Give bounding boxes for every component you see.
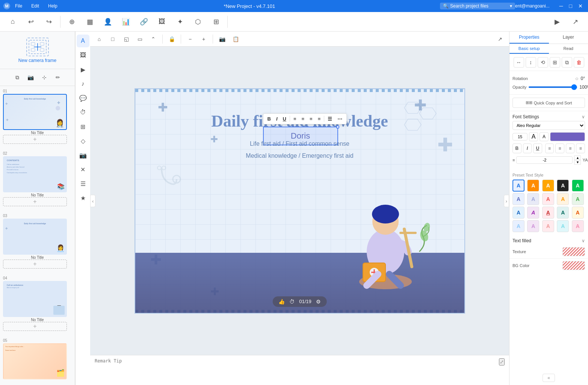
font-size-increase-btn[interactable]: A: [529, 132, 538, 141]
text-tool-icon[interactable]: A: [77, 35, 89, 47]
copy-tool[interactable]: ⧉: [11, 71, 23, 83]
delete-btn[interactable]: 🗑: [574, 57, 584, 68]
menu-help[interactable]: Help: [47, 3, 59, 9]
slide-thumb-4[interactable]: Call an ambulanceMake an emergency call …: [3, 281, 67, 317]
canvas-home-btn[interactable]: ⌂: [93, 33, 105, 45]
opacity-slider[interactable]: [529, 86, 577, 88]
preset-item-18[interactable]: A: [542, 220, 554, 232]
slide-add-btn-1[interactable]: +: [3, 135, 67, 144]
redo-button[interactable]: ↪: [41, 14, 57, 30]
slide-thumb-3[interactable]: Daily first aid knowledge ✚ 👩‍💼: [3, 219, 67, 255]
flip-h-btn[interactable]: ↔: [514, 57, 524, 68]
italic-btn[interactable]: I: [274, 115, 280, 122]
slide-thumb-5[interactable]: Your important things color... Some text…: [3, 343, 67, 379]
canvas-copy-btn[interactable]: 📋: [230, 33, 242, 45]
photo-tool-icon[interactable]: 📷: [77, 149, 89, 162]
preset-item-17[interactable]: A: [527, 220, 539, 232]
preset-item-5[interactable]: A: [572, 180, 584, 192]
preset-item-12[interactable]: A: [527, 207, 539, 219]
preset-item-2[interactable]: A: [527, 180, 539, 192]
preset-item-19[interactable]: A: [557, 220, 569, 232]
canvas-rect-btn[interactable]: □: [107, 33, 119, 45]
align-left-btn[interactable]: ≡: [292, 115, 298, 122]
group-button[interactable]: ⊞: [208, 14, 224, 30]
tab-layer[interactable]: Layer: [549, 32, 588, 44]
font-size-decrease-btn[interactable]: A: [540, 132, 549, 141]
slide-item-1[interactable]: 01 Daily first aid knowledge ✚ ✚ ✚ 👩‍⚕️ …: [2, 88, 73, 145]
music-tool-icon[interactable]: ♪: [77, 77, 89, 90]
slide-add-btn-3[interactable]: +: [3, 260, 67, 269]
clock-tool-icon[interactable]: ⏱: [77, 106, 89, 119]
align-right-btn[interactable]: ≡: [308, 115, 314, 122]
preset-item-14[interactable]: A: [557, 207, 569, 219]
subtab-read[interactable]: Read: [549, 44, 588, 54]
layers-tool-icon[interactable]: ☰: [77, 177, 89, 190]
font-color-swatch[interactable]: [550, 132, 585, 141]
slide-subtitle[interactable]: Life first aid / First aid common sense …: [246, 138, 353, 162]
menu-edit[interactable]: Edit: [30, 3, 41, 9]
preset-item-20[interactable]: A: [572, 220, 584, 232]
canvas-expand-btn canvas-expand-btn[interactable]: ↗: [494, 33, 506, 45]
slide-item-2[interactable]: 02 CONTENTS Call an ambulance America an…: [2, 150, 73, 208]
resize-handle-tr[interactable]: [336, 125, 339, 128]
person-button[interactable]: 👤: [100, 14, 116, 30]
quick-copy-sort-btn[interactable]: ⊞⊞ Quick Copy and Sort: [512, 98, 585, 108]
camera-tool[interactable]: 📷: [25, 71, 37, 83]
preset-item-7[interactable]: A: [527, 193, 539, 205]
font-size-input[interactable]: [512, 133, 528, 140]
canvas-screenshot-btn[interactable]: 📷: [216, 33, 228, 45]
preset-item-8[interactable]: A: [542, 193, 554, 205]
align-justify-format-btn[interactable]: ≡: [576, 143, 585, 153]
bold-format-btn[interactable]: B: [512, 143, 521, 153]
preset-item-11[interactable]: A: [512, 207, 525, 219]
menu-file[interactable]: File: [14, 3, 24, 9]
slide-thumb-2[interactable]: CONTENTS Call an ambulance America and o…: [3, 156, 67, 192]
canvas-crop-btn[interactable]: ◱: [120, 33, 132, 45]
preset-item-1[interactable]: A: [512, 180, 525, 192]
image-tool-icon[interactable]: 🖼: [77, 49, 89, 62]
close-button[interactable]: ✕: [576, 2, 585, 10]
text-filled-header[interactable]: Text filled ∨: [509, 235, 588, 245]
preset-item-4[interactable]: A: [557, 180, 569, 192]
texture-preview[interactable]: [562, 247, 585, 256]
undo-button[interactable]: ↩: [23, 14, 39, 30]
apps-tool-icon[interactable]: ⊞: [77, 120, 89, 133]
chart-button[interactable]: 📊: [118, 14, 134, 30]
slide-add-btn-2[interactable]: +: [3, 197, 67, 206]
settings-tool-icon[interactable]: ✕: [77, 163, 89, 176]
slide-item-3[interactable]: 03 Daily first aid knowledge ✚ 👩‍💼 No Ti…: [2, 212, 73, 270]
bold-btn[interactable]: B: [266, 115, 273, 122]
canvas-arrow-btn[interactable]: ⌃: [147, 33, 159, 45]
preset-item-13[interactable]: A: [542, 207, 554, 219]
font-family-select[interactable]: Aleo Regular: [512, 121, 585, 130]
search-dropdown-icon[interactable]: ▾: [510, 3, 512, 9]
rotate-left-btn[interactable]: ⟲: [538, 57, 548, 68]
nav-clock-btn[interactable]: ⏱: [289, 299, 295, 305]
image-button[interactable]: 🖼: [154, 14, 170, 30]
add-slide-button[interactable]: ⊕: [63, 14, 80, 30]
flip-v-btn[interactable]: ↕: [526, 57, 536, 68]
line-spacing-down-btn[interactable]: ▼: [574, 160, 581, 165]
collapse-panel-btn[interactable]: «: [543, 374, 555, 382]
maximize-button[interactable]: □: [567, 2, 574, 10]
remark-expand-btn[interactable]: ⤢: [499, 358, 505, 365]
preset-item-3[interactable]: A: [542, 180, 554, 192]
line-spacing-up-btn[interactable]: ▲: [574, 156, 581, 160]
align-left-format-btn[interactable]: ≡: [545, 143, 554, 153]
canvas-zoom-out-btn[interactable]: −: [184, 33, 196, 45]
nav-like-btn[interactable]: 👍: [278, 299, 285, 305]
canvas-shape-btn[interactable]: ▭: [134, 33, 146, 45]
new-camera-frame-button[interactable]: New camera frame: [0, 32, 75, 69]
align-right-format-btn[interactable]: ≡: [566, 143, 575, 153]
star-tool-icon[interactable]: ★: [77, 192, 89, 204]
preset-item-9[interactable]: A: [557, 193, 569, 205]
subtab-basic[interactable]: Basic setup: [509, 44, 549, 54]
layout-button[interactable]: ▦: [82, 14, 98, 30]
preset-item-15[interactable]: A: [572, 207, 584, 219]
bg-color-preview[interactable]: [562, 261, 585, 270]
collapse-right-btn[interactable]: ›: [504, 195, 509, 207]
duplicate-btn[interactable]: ⧉: [562, 57, 572, 68]
link-button[interactable]: 🔗: [136, 14, 152, 30]
align-center-btn[interactable]: ≡: [300, 115, 307, 122]
align-justify-btn[interactable]: ≡: [316, 115, 323, 122]
